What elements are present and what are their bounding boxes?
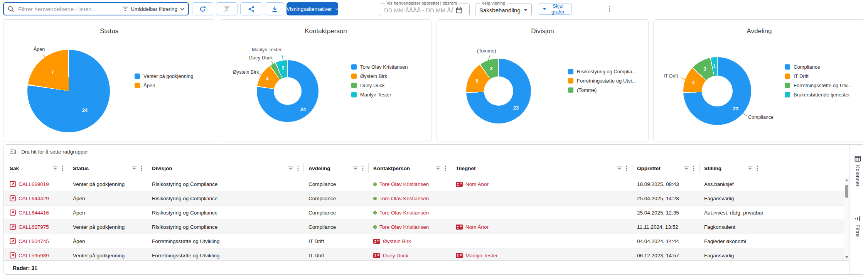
column-menu-icon[interactable] <box>757 166 758 171</box>
column-filter-icon[interactable] <box>288 166 293 171</box>
stilling-text: Aut.invest. rådg. privatbank <box>704 210 763 216</box>
case-link[interactable]: CALL644416 <box>19 210 49 216</box>
person-link[interactable]: Nom Anor <box>465 181 489 187</box>
column-menu-icon[interactable] <box>62 166 63 171</box>
column-menu-icon[interactable] <box>141 166 142 171</box>
column-header-divisjon[interactable]: Divisjon <box>147 163 304 173</box>
legend-item[interactable]: Duey Duck <box>351 83 408 88</box>
table-row[interactable]: CALL644429ÅpenRisikostyring og Complianc… <box>3 191 844 206</box>
person-link[interactable]: Tore Olav Kristiansen <box>379 181 429 187</box>
scroll-down-icon[interactable] <box>845 256 848 258</box>
legend-item[interactable]: IT Drift <box>785 73 853 79</box>
case-link[interactable]: CALL604745 <box>19 238 49 244</box>
column-header-sak[interactable]: Sak <box>3 163 68 173</box>
person-link[interactable]: Tore Olav Kristiansen <box>379 210 429 216</box>
row-group-hint: Dra hit for å sette radgrupper <box>21 149 88 155</box>
legend-item[interactable]: Tore Olav Kristiansen <box>351 64 408 70</box>
search-input[interactable] <box>18 6 122 12</box>
person-link[interactable]: Nom Anor <box>465 224 489 230</box>
person-link[interactable]: Tore Olav Kristiansen <box>379 196 429 201</box>
legend-item[interactable]: Åpen <box>135 83 193 88</box>
legend-item[interactable]: Øystein Birk <box>351 73 408 79</box>
person-link[interactable]: Duey Duck <box>383 253 408 258</box>
refresh-button[interactable] <box>192 2 213 15</box>
status-dot-icon <box>373 211 377 215</box>
column-header-stilling[interactable]: Stilling <box>699 163 763 173</box>
tab-filtre[interactable]: Filtre <box>849 216 865 237</box>
cell-status: Venter på godkjenning <box>68 248 147 260</box>
clear-filter-button[interactable] <box>216 2 238 15</box>
calendar-icon[interactable] <box>456 7 462 14</box>
scrollbar-thumb[interactable] <box>845 185 848 198</box>
tab-kolonner[interactable]: Kolonner <box>849 155 865 187</box>
case-link[interactable]: CALL627975 <box>19 224 49 230</box>
column-header-status[interactable]: Status <box>68 163 147 173</box>
open-case-icon[interactable] <box>10 209 16 216</box>
table-row[interactable]: CALL644416ÅpenRisikostyring og Complianc… <box>3 206 844 220</box>
cell-opprettet: 06.12.2023, 14:57 <box>632 248 699 260</box>
column-menu-icon[interactable] <box>626 166 627 171</box>
filter-mode-dropdown[interactable]: Umiddelbar filtrering <box>122 6 184 12</box>
column-filter-icon[interactable] <box>353 166 358 171</box>
view-select[interactable]: Velg visning Saksbehandling <box>475 1 532 16</box>
legend-item[interactable]: Marilyn Tester <box>351 92 408 98</box>
cell-tilegnet: Nom Anor <box>451 177 632 191</box>
column-filter-icon[interactable] <box>617 166 622 171</box>
avdeling-text: Compliance <box>308 210 336 216</box>
column-filter-icon[interactable] <box>131 166 137 171</box>
contact-card-icon <box>373 253 380 258</box>
legend-item[interactable]: Brukerstøttende tjenester <box>785 92 853 98</box>
stilling-text: Fagkonsulent <box>704 224 735 230</box>
legend-item[interactable]: Risikostyring og Complia... <box>568 69 636 74</box>
share-button[interactable] <box>240 2 262 15</box>
column-header-tilegnet[interactable]: Tilegnet <box>451 163 632 173</box>
hide-charts-button[interactable]: Skjul grafer <box>538 3 572 15</box>
open-case-icon[interactable] <box>10 224 16 230</box>
column-menu-icon[interactable] <box>362 166 364 171</box>
row-group-dropzone[interactable]: Dra hit for å sette radgrupper <box>3 145 849 159</box>
legend-item[interactable]: (Tomme) <box>568 87 636 93</box>
column-header-kontaktperson[interactable]: Kontaktperson <box>369 163 451 173</box>
column-header-opprettet[interactable]: Opprettet <box>632 163 699 173</box>
status-pie[interactable] <box>27 50 110 132</box>
column-header-avdeling[interactable]: Avdeling <box>304 163 369 173</box>
open-case-icon[interactable] <box>10 181 16 187</box>
scroll-up-icon[interactable] <box>845 179 848 181</box>
download-button[interactable] <box>265 2 284 15</box>
chart-card-status: Status 24 7 Åpen Venter på godkjenningÅp… <box>3 19 215 142</box>
search-filter-box[interactable]: Umiddelbar filtrering <box>3 2 189 15</box>
column-filter-icon[interactable] <box>747 166 753 171</box>
column-menu-icon[interactable] <box>445 166 446 171</box>
open-case-icon[interactable] <box>10 238 16 244</box>
person-link[interactable]: Marilyn Tester <box>465 253 498 258</box>
slice-callout: Marilyn Tester <box>252 47 282 52</box>
column-filter-icon[interactable] <box>435 166 441 171</box>
table-row[interactable]: CALL595989Venter på godkjenningForretnin… <box>3 248 844 260</box>
legend-item[interactable]: Venter på godkjenning <box>135 73 193 79</box>
table-row[interactable]: CALL604745ÅpenForretningsstøtte og Utvik… <box>3 234 844 248</box>
vertical-scrollbar[interactable] <box>844 177 849 260</box>
person-link[interactable]: Tore Olav Kristiansen <box>379 224 429 230</box>
column-menu-icon[interactable] <box>693 166 694 171</box>
case-link[interactable]: CALL644429 <box>19 196 49 201</box>
person-link[interactable]: Øystein Birk <box>383 238 411 244</box>
date-range-field[interactable]: Vis henvendelser opprettet i tidsrom <box>380 1 470 16</box>
column-menu-icon[interactable] <box>297 166 299 171</box>
table-row[interactable]: CALL669019Venter på godkjenningRisikosty… <box>3 177 844 191</box>
cell-opprettet: 25.04.2025, 14:28 <box>632 191 699 205</box>
divisjon-text: Forretningsstøtte og Utvikling <box>152 253 220 258</box>
view-options-button[interactable]: Visningsalternativer <box>287 2 338 15</box>
legend-item[interactable]: Forretningsstøtte og Utvi... <box>568 78 636 84</box>
column-filter-icon[interactable] <box>684 166 689 171</box>
more-options-button[interactable] <box>605 3 614 15</box>
table-row[interactable]: CALL627975Venter på godkjenningRisikosty… <box>3 220 844 234</box>
case-link[interactable]: CALL669019 <box>19 181 49 187</box>
open-case-icon[interactable] <box>10 252 16 258</box>
column-filter-icon[interactable] <box>52 166 58 171</box>
date-range-input[interactable] <box>384 7 453 14</box>
legend-item[interactable]: Forretningsstøtte og Utvi... <box>785 83 853 88</box>
status-text: Venter på godkjenning <box>73 253 125 258</box>
legend-item[interactable]: Compliance <box>785 64 853 70</box>
open-case-icon[interactable] <box>10 195 16 201</box>
case-link[interactable]: CALL595989 <box>19 253 49 258</box>
